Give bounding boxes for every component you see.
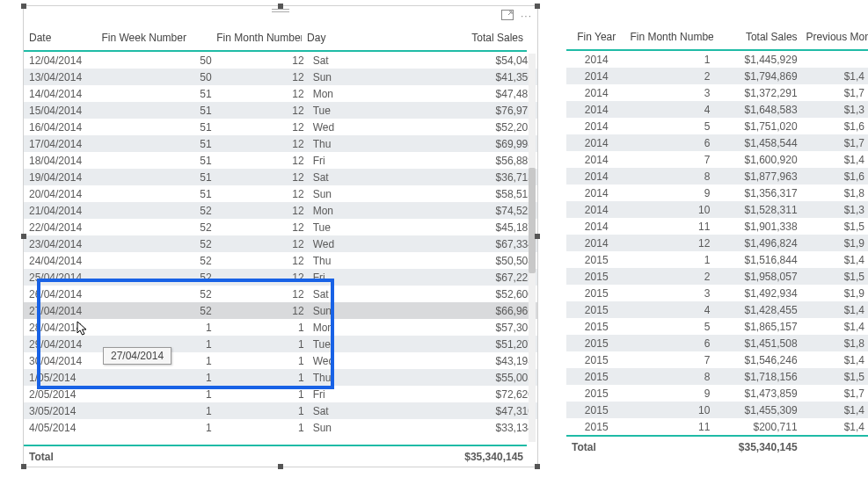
- resize-handle[interactable]: [278, 464, 283, 469]
- cell-total-sales[interactable]: $41,356: [397, 70, 537, 84]
- cell-fin-month[interactable]: 10: [624, 403, 713, 417]
- cell-previous-month[interactable]: $1,4: [801, 69, 868, 83]
- cell-date[interactable]: 21/04/2014: [24, 204, 98, 218]
- cell-fin-year[interactable]: 2015: [566, 420, 624, 434]
- cell-fin-month[interactable]: 1: [624, 53, 713, 67]
- table-row[interactable]: 22/04/20145212Tue$45,187: [24, 219, 537, 235]
- table-row[interactable]: 20141$1,445,929: [566, 51, 868, 68]
- cell-previous-month[interactable]: $1,3: [801, 103, 868, 117]
- cell-fin-month[interactable]: 12: [215, 237, 308, 251]
- cell-previous-month[interactable]: $1,8: [801, 186, 868, 200]
- table-row[interactable]: 12/04/20145012Sat$54,043: [24, 52, 537, 69]
- cell-total-sales[interactable]: $1,451,508: [713, 337, 800, 351]
- cell-total-sales[interactable]: $43,198: [397, 354, 537, 368]
- table-row[interactable]: 201510$1,455,309$1,4: [566, 402, 868, 418]
- cell-fin-month[interactable]: 9: [624, 186, 713, 200]
- cell-total-sales[interactable]: $56,889: [397, 154, 537, 168]
- cell-total-sales[interactable]: $1,901,338: [713, 220, 800, 234]
- cell-fin-year[interactable]: 2015: [566, 353, 624, 367]
- cell-previous-month[interactable]: $1,7: [801, 136, 868, 150]
- table-row[interactable]: 14/04/20145112Mon$47,481: [24, 85, 537, 102]
- cell-fin-week[interactable]: 52: [98, 254, 215, 268]
- cell-fin-year[interactable]: 2015: [566, 337, 624, 351]
- cell-day[interactable]: Tue: [308, 221, 397, 235]
- cell-total-sales[interactable]: $1,865,157: [713, 320, 800, 334]
- cell-fin-week[interactable]: 51: [98, 170, 215, 185]
- col-header-date[interactable]: Date: [24, 31, 96, 45]
- cell-fin-week[interactable]: 51: [98, 87, 215, 101]
- table-row[interactable]: 3/05/201411Sat$47,310: [24, 402, 537, 419]
- col-header-fin-month[interactable]: Fin Month Number: [624, 30, 713, 44]
- table-row[interactable]: 20142$1,794,869$1,4: [566, 68, 868, 84]
- cell-fin-year[interactable]: 2015: [566, 320, 624, 334]
- cell-total-sales[interactable]: $1,356,317: [713, 186, 800, 200]
- cell-day[interactable]: Mon: [308, 87, 397, 101]
- cell-fin-year[interactable]: 2015: [566, 403, 624, 417]
- cell-previous-month[interactable]: $1,8: [801, 337, 868, 351]
- cell-day[interactable]: Thu: [308, 137, 397, 151]
- resize-handle[interactable]: [535, 234, 540, 239]
- col-header-previous-month[interactable]: Previous Month: [801, 30, 868, 44]
- cell-fin-month[interactable]: 12: [624, 236, 713, 250]
- cell-date[interactable]: 23/04/2014: [24, 237, 98, 251]
- cell-total-sales[interactable]: $1,528,311: [713, 203, 800, 217]
- cell-fin-month[interactable]: 5: [624, 320, 713, 334]
- cell-total-sales[interactable]: $69,998: [397, 137, 537, 151]
- table-row[interactable]: 201410$1,528,311$1,3: [566, 201, 868, 218]
- more-options-icon[interactable]: ···: [521, 10, 532, 23]
- cell-date[interactable]: 15/04/2014: [24, 104, 98, 118]
- cell-fin-week[interactable]: 52: [98, 237, 215, 251]
- table-row[interactable]: 20148$1,877,963$1,6: [566, 168, 868, 185]
- cell-total-sales[interactable]: $33,134: [397, 421, 537, 435]
- cell-date[interactable]: 16/04/2014: [24, 120, 98, 134]
- cell-day[interactable]: Thu: [308, 254, 397, 268]
- cell-fin-month[interactable]: 12: [215, 170, 308, 185]
- cell-fin-year[interactable]: 2014: [566, 153, 624, 167]
- cell-total-sales[interactable]: $1,492,934: [713, 286, 800, 300]
- cell-total-sales[interactable]: $67,334: [397, 237, 537, 251]
- col-header-fin-month[interactable]: Fin Month Number: [211, 31, 302, 45]
- col-header-fin-week[interactable]: Fin Week Number: [96, 31, 211, 45]
- cell-fin-month[interactable]: 12: [215, 204, 308, 218]
- cell-previous-month[interactable]: $1,7: [801, 387, 868, 401]
- cell-fin-month[interactable]: 12: [215, 137, 308, 151]
- cell-fin-year[interactable]: 2014: [566, 119, 624, 134]
- scrollbar-thumb[interactable]: [529, 168, 536, 273]
- cell-total-sales[interactable]: $52,205: [397, 120, 537, 134]
- table-row[interactable]: 17/04/20145112Thu$69,998: [24, 135, 537, 152]
- drag-grip-icon[interactable]: [272, 9, 289, 12]
- table-row[interactable]: 20159$1,473,859$1,7: [566, 385, 868, 402]
- table-row[interactable]: 201412$1,496,824$1,9: [566, 235, 868, 251]
- cell-total-sales[interactable]: $1,958,057: [713, 270, 800, 284]
- cell-total-sales[interactable]: $47,310: [397, 404, 537, 418]
- cell-fin-month[interactable]: 2: [624, 69, 713, 83]
- cell-fin-year[interactable]: 2014: [566, 136, 624, 150]
- table-row[interactable]: 201411$1,901,338$1,5: [566, 218, 868, 235]
- cell-previous-month[interactable]: [801, 59, 868, 61]
- cell-previous-month[interactable]: $1,9: [801, 286, 868, 300]
- cell-date[interactable]: 20/04/2014: [24, 187, 98, 201]
- cell-date[interactable]: 12/04/2014: [24, 54, 98, 68]
- cell-fin-week[interactable]: 52: [98, 221, 215, 235]
- resize-handle[interactable]: [21, 4, 26, 9]
- resize-handle[interactable]: [21, 464, 26, 469]
- cell-previous-month[interactable]: $1,9: [801, 236, 868, 250]
- table-row[interactable]: 20154$1,428,455$1,4: [566, 301, 868, 318]
- cell-total-sales[interactable]: $1,458,544: [713, 136, 800, 150]
- cell-fin-month[interactable]: 5: [624, 119, 713, 134]
- cell-total-sales[interactable]: $1,516,844: [713, 253, 800, 267]
- table-row[interactable]: 20149$1,356,317$1,8: [566, 185, 868, 201]
- cell-date[interactable]: 22/04/2014: [24, 221, 98, 235]
- table-row[interactable]: 18/04/20145112Fri$56,889: [24, 152, 537, 169]
- table-row[interactable]: 19/04/20145112Sat$36,713: [24, 169, 537, 185]
- cell-fin-year[interactable]: 2015: [566, 286, 624, 300]
- cell-previous-month[interactable]: $1,5: [801, 220, 868, 234]
- cell-date[interactable]: 19/04/2014: [24, 170, 98, 185]
- cell-day[interactable]: Wed: [308, 120, 397, 134]
- cell-total-sales[interactable]: $45,187: [397, 221, 537, 235]
- cell-previous-month[interactable]: $1,7: [801, 86, 868, 100]
- cell-total-sales[interactable]: $1,877,963: [713, 170, 800, 184]
- cell-total-sales[interactable]: $36,713: [397, 170, 537, 185]
- cell-fin-month[interactable]: 1: [215, 421, 308, 435]
- col-header-total-sales[interactable]: Total Sales: [713, 30, 800, 44]
